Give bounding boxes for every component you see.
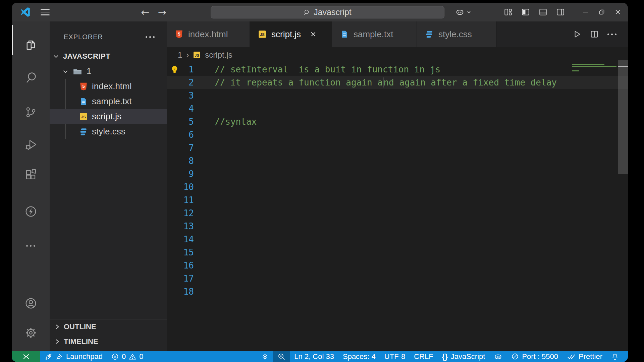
workspace-root[interactable]: JAVASCRIPT (50, 49, 167, 64)
menu-icon[interactable] (41, 3, 50, 21)
line-number: 13 (167, 220, 194, 233)
code-line[interactable]: 13 (167, 220, 628, 233)
indentation-item[interactable]: Spaces: 4 (338, 351, 380, 362)
more-views-button[interactable] (12, 234, 50, 257)
lightbulb-icon[interactable] (170, 65, 179, 74)
launchpad-item[interactable]: Launchpad (40, 351, 107, 362)
line-number: 4 (167, 102, 194, 115)
code-line[interactable]: 2// it repeats a function again and agai… (167, 76, 628, 89)
close-icon[interactable] (610, 3, 626, 21)
html-file-icon: 5 (79, 82, 88, 91)
file-label: script.js (92, 111, 121, 122)
minimap-mark (572, 64, 604, 65)
cursor-position-item[interactable]: Ln 2, Col 33 (290, 351, 338, 362)
plug-icon (56, 353, 63, 360)
sidebar-item-search[interactable] (12, 66, 50, 89)
code-line[interactable]: 14 (167, 233, 628, 246)
code-line[interactable]: 3 (167, 89, 628, 102)
tab-label: style.css (438, 29, 472, 40)
editor-scrollbar[interactable] (618, 58, 628, 351)
sidebar-item-extensions[interactable] (12, 163, 50, 186)
copilot-status-item[interactable] (489, 351, 507, 362)
minimize-icon[interactable] (578, 3, 594, 21)
editor-group: 5 index.html JS script.js sample.txt sty… (167, 21, 628, 351)
code-line[interactable]: 18 (167, 285, 628, 298)
sidebar-item-source-control[interactable] (12, 101, 50, 124)
command-center-search[interactable]: Javascript (211, 6, 444, 18)
code-line[interactable]: 4 (167, 102, 628, 115)
explorer-sidebar: EXPLORER JAVASCRIPT 1 5 index.html sampl… (50, 21, 167, 351)
arrow-left-icon[interactable]: ← (139, 3, 152, 21)
timeline-section[interactable]: TIMELINE (50, 334, 167, 349)
accounts-button[interactable] (12, 292, 50, 315)
code-line[interactable]: 16 (167, 259, 628, 272)
remote-indicator[interactable] (12, 351, 40, 362)
tree-item-index-html[interactable]: 5 index.html (50, 79, 167, 94)
restore-icon[interactable] (594, 3, 610, 21)
tree-item-sample-txt[interactable]: sample.txt (50, 94, 167, 109)
tree-item-style-css[interactable]: style.css (50, 124, 167, 139)
rocket-icon (45, 353, 53, 361)
live-server-port-item[interactable]: Port : 5500 (507, 351, 562, 362)
tree-item-script-js[interactable]: JS script.js (50, 109, 167, 124)
close-icon[interactable] (310, 31, 316, 37)
line-number: 3 (167, 89, 194, 102)
arrow-right-icon[interactable]: → (155, 3, 169, 21)
eol-item[interactable]: CRLF (410, 351, 437, 362)
toggle-primary-sidebar-icon[interactable] (521, 8, 530, 16)
toggle-panel-icon[interactable] (539, 8, 547, 16)
settings-button[interactable] (12, 321, 50, 345)
problems-item[interactable]: 0 0 (107, 351, 148, 362)
code-line[interactable]: 8 (167, 155, 628, 168)
sidebar-item-run-debug[interactable] (12, 133, 50, 156)
screencast-item[interactable] (257, 351, 273, 362)
code-line[interactable]: 5//syntax (167, 115, 628, 128)
prettier-item[interactable]: Prettier (562, 351, 607, 362)
ellipsis-icon[interactable] (607, 34, 616, 35)
code-line[interactable]: 9 (167, 168, 628, 181)
copilot-icon (455, 7, 465, 17)
outline-section[interactable]: OUTLINE (50, 319, 167, 334)
notifications-item[interactable] (607, 351, 623, 362)
tab-style-css[interactable]: style.css (417, 21, 497, 47)
bell-icon (611, 353, 619, 360)
zoom-item[interactable] (273, 351, 290, 362)
encoding-item[interactable]: UTF-8 (380, 351, 410, 362)
tab-label: script.js (271, 29, 301, 40)
code-line[interactable]: 17 (167, 272, 628, 285)
customize-layout-icon[interactable] (504, 8, 513, 16)
sidebar-item-explorer[interactable] (12, 34, 50, 57)
css-file-icon (425, 30, 434, 39)
split-editor-icon[interactable] (590, 30, 599, 39)
code-line[interactable]: 12 (167, 207, 628, 220)
breadcrumb-item-file[interactable]: script.js (205, 50, 232, 60)
sidebar-item-live-server[interactable] (12, 200, 50, 223)
tab-script-js[interactable]: JS script.js (250, 21, 332, 47)
line-number: 14 (167, 233, 194, 246)
code-line[interactable]: 1// setInterval is a buit in function in… (167, 63, 628, 76)
ellipsis-icon[interactable] (146, 36, 155, 38)
minimap[interactable] (570, 63, 617, 351)
play-icon[interactable] (573, 30, 581, 39)
lightning-icon (25, 205, 37, 218)
tree-item-folder-1[interactable]: 1 (50, 64, 167, 79)
code-line[interactable]: 6 (167, 128, 628, 141)
search-value: Javascript (314, 7, 352, 17)
workspace-label: JAVASCRIPT (63, 52, 110, 61)
line-number: 17 (167, 272, 194, 285)
chevron-down-icon (53, 53, 59, 59)
code-line[interactable]: 15 (167, 246, 628, 259)
language-mode-item[interactable]: {} JavaScript (438, 351, 490, 362)
code-line[interactable]: 7 (167, 141, 628, 155)
breadcrumb-item-folder[interactable]: 1 (178, 50, 182, 60)
tab-sample-txt[interactable]: sample.txt (332, 21, 417, 47)
breadcrumb-separator: › (186, 50, 189, 60)
copilot-menu[interactable] (455, 3, 471, 21)
code-editor[interactable]: 1// setInterval is a buit in function in… (167, 63, 628, 351)
search-icon (304, 9, 310, 16)
tab-index-html[interactable]: 5 index.html (167, 21, 250, 47)
code-line[interactable]: 11 (167, 194, 628, 207)
scrollbar-thumb[interactable] (618, 60, 628, 174)
code-line[interactable]: 10 (167, 181, 628, 194)
toggle-secondary-sidebar-icon[interactable] (556, 8, 565, 16)
